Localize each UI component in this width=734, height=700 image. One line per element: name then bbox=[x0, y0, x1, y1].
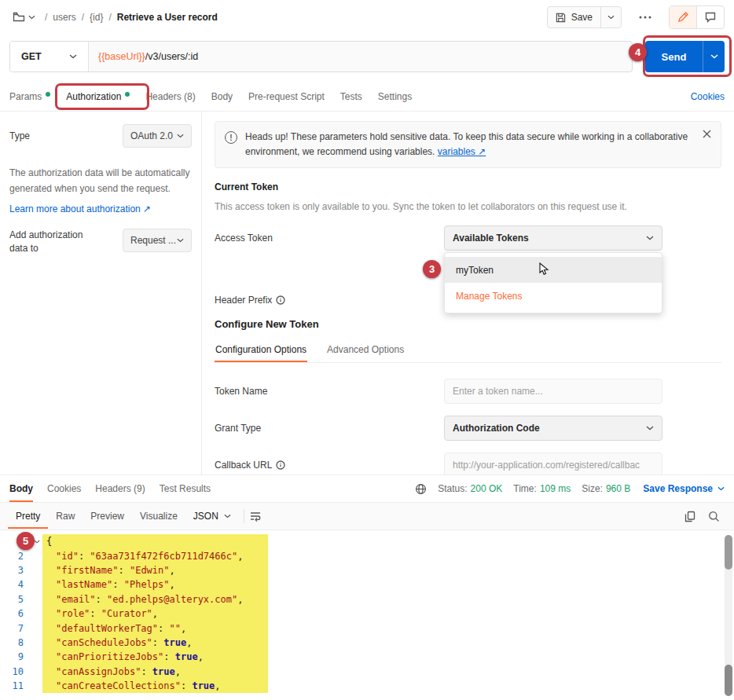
breadcrumb-item-users[interactable]: users bbox=[53, 12, 75, 23]
save-options-button[interactable] bbox=[600, 7, 621, 27]
line-number: 7 bbox=[0, 623, 31, 634]
request-title[interactable]: Retrieve a User record bbox=[117, 12, 218, 23]
tab-configuration-options[interactable]: Configuration Options bbox=[215, 339, 307, 362]
format-pretty[interactable]: Pretty bbox=[8, 504, 48, 529]
tab-test-results[interactable]: Test Results bbox=[160, 475, 211, 502]
tab-response-body[interactable]: Body bbox=[9, 475, 33, 502]
banner-close-button[interactable] bbox=[703, 130, 711, 138]
grant-type-select[interactable]: Authorization Code bbox=[444, 416, 662, 441]
response-body-code[interactable]: 1 { 2 "id": "63aa731f472f6cb711d7466c", … bbox=[0, 530, 734, 699]
line-number: 2 bbox=[0, 551, 31, 562]
status-value: 200 OK bbox=[471, 483, 503, 494]
tab-headers[interactable]: Headers (8) bbox=[145, 82, 195, 111]
auth-type-select[interactable]: OAuth 2.0 bbox=[123, 124, 192, 148]
learn-more-link[interactable]: Learn more about authorization ↗ bbox=[9, 203, 192, 214]
code-line: 1 { bbox=[0, 534, 734, 548]
chevron-down-icon bbox=[646, 426, 654, 431]
collection-menu-button[interactable] bbox=[9, 9, 39, 26]
json-key: "canPrioritizeJobs" bbox=[56, 651, 163, 662]
alert-icon: ! bbox=[225, 131, 237, 144]
chevron-down-icon bbox=[607, 15, 615, 20]
url-variable: {{baseUrl}} bbox=[98, 51, 145, 62]
tab-label: Headers (8) bbox=[145, 91, 195, 102]
auth-type-sidebar: Type OAuth 2.0 The authorization data wi… bbox=[0, 112, 202, 475]
response-actions bbox=[684, 511, 726, 522]
grant-type-value: Authorization Code bbox=[453, 423, 540, 434]
tab-pre-request-script[interactable]: Pre-request Script bbox=[248, 82, 325, 111]
auth-type-value: OAuth 2.0 bbox=[130, 130, 173, 141]
tab-settings[interactable]: Settings bbox=[378, 82, 412, 111]
search-button[interactable] bbox=[708, 511, 720, 522]
request-tabs: Params Authorization Headers (8) Body Pr… bbox=[0, 82, 734, 112]
json-key: "firstName" bbox=[56, 565, 118, 576]
tab-label: Authorization bbox=[66, 91, 121, 102]
json-value: true bbox=[152, 666, 175, 677]
url-box: GET {{baseUrl}}/v3/users/:id bbox=[9, 41, 633, 72]
tab-body[interactable]: Body bbox=[211, 82, 233, 111]
response-pane: Body Cookies Headers (9) Test Results St… bbox=[0, 475, 734, 700]
json-key: "lastName" bbox=[56, 579, 112, 590]
callback-url-input[interactable] bbox=[444, 453, 662, 475]
modified-dot bbox=[46, 92, 50, 97]
more-options-button[interactable] bbox=[634, 11, 656, 24]
json-value: "Phelps" bbox=[124, 579, 170, 590]
token-dropdown-menu: myToken Manage Tokens bbox=[444, 252, 662, 313]
grant-type-row: Grant Type Authorization Code bbox=[215, 416, 721, 441]
code-line: 4 "lastName": "Phelps", bbox=[0, 577, 734, 592]
format-visualize[interactable]: Visualize bbox=[132, 504, 185, 529]
line-number: 5 bbox=[0, 594, 31, 605]
menu-item-mytoken[interactable]: myToken bbox=[445, 257, 662, 283]
size-value: 960 B bbox=[606, 483, 630, 494]
menu-item-manage-tokens[interactable]: Manage Tokens bbox=[445, 283, 662, 309]
comment-icon bbox=[705, 12, 716, 23]
breadcrumb-item-id[interactable]: {id} bbox=[90, 12, 103, 23]
chevron-down-icon bbox=[224, 514, 231, 519]
add-to-label: Add authorization data to bbox=[9, 229, 91, 255]
tab-params[interactable]: Params bbox=[9, 82, 50, 111]
postman-app: / users / {id} / Retrieve a User record … bbox=[0, 0, 734, 700]
code-line: 6 "role": "Curator", bbox=[0, 607, 734, 621]
language-select[interactable]: JSON bbox=[185, 506, 239, 526]
banner-text: Heads up! These parameters hold sensitiv… bbox=[245, 130, 692, 159]
send-button[interactable]: Send bbox=[645, 41, 703, 72]
tab-tests[interactable]: Tests bbox=[340, 82, 362, 111]
line-number: 3 bbox=[0, 565, 31, 576]
tab-advanced-options[interactable]: Advanced Options bbox=[326, 339, 405, 362]
code-line: 11 "canCreateCollections": true, bbox=[0, 679, 734, 693]
tab-authorization[interactable]: Authorization bbox=[66, 82, 130, 111]
current-token-note: This access token is only available to y… bbox=[215, 201, 721, 212]
cursor-icon bbox=[538, 262, 550, 276]
token-name-input[interactable] bbox=[444, 379, 662, 404]
save-button[interactable]: Save bbox=[548, 7, 600, 27]
copy-button[interactable] bbox=[684, 511, 695, 522]
scrollbar-thumb[interactable] bbox=[725, 535, 732, 570]
cookies-link[interactable]: Cookies bbox=[691, 91, 725, 102]
json-value: "" bbox=[170, 623, 181, 634]
method-select[interactable]: GET bbox=[10, 42, 89, 71]
code-line: 7 "defaultWorkerTag": "", bbox=[0, 621, 734, 635]
send-options-button[interactable] bbox=[703, 41, 725, 72]
variables-link[interactable]: variables ↗ bbox=[438, 146, 486, 157]
format-raw[interactable]: Raw bbox=[48, 504, 83, 529]
breadcrumb-separator: / bbox=[108, 12, 111, 23]
format-preview[interactable]: Preview bbox=[83, 504, 132, 529]
type-label: Type bbox=[9, 130, 30, 141]
comments-button[interactable] bbox=[696, 6, 724, 28]
scrollbar-thumb-bottom[interactable] bbox=[725, 665, 732, 696]
chevron-down-icon bbox=[717, 486, 725, 491]
url-input[interactable]: {{baseUrl}}/v3/users/:id bbox=[89, 42, 632, 71]
access-token-select[interactable]: Available Tokens bbox=[444, 225, 662, 251]
grant-type-label: Grant Type bbox=[215, 423, 444, 434]
annotation-badge-5: 5 bbox=[17, 532, 35, 550]
tab-response-headers[interactable]: Headers (9) bbox=[95, 475, 145, 502]
add-to-select[interactable]: Request ... bbox=[123, 229, 192, 252]
tab-response-cookies[interactable]: Cookies bbox=[47, 475, 81, 502]
save-response-button[interactable]: Save Response bbox=[643, 483, 725, 494]
modified-dot bbox=[125, 92, 130, 97]
callback-url-label: Callback URL bbox=[215, 460, 272, 471]
chevron-down-icon bbox=[69, 54, 77, 59]
json-key: "id" bbox=[56, 551, 79, 562]
edit-button[interactable] bbox=[670, 6, 696, 28]
wrap-lines-button[interactable] bbox=[249, 511, 262, 522]
annotation-badge-4: 4 bbox=[629, 43, 647, 61]
